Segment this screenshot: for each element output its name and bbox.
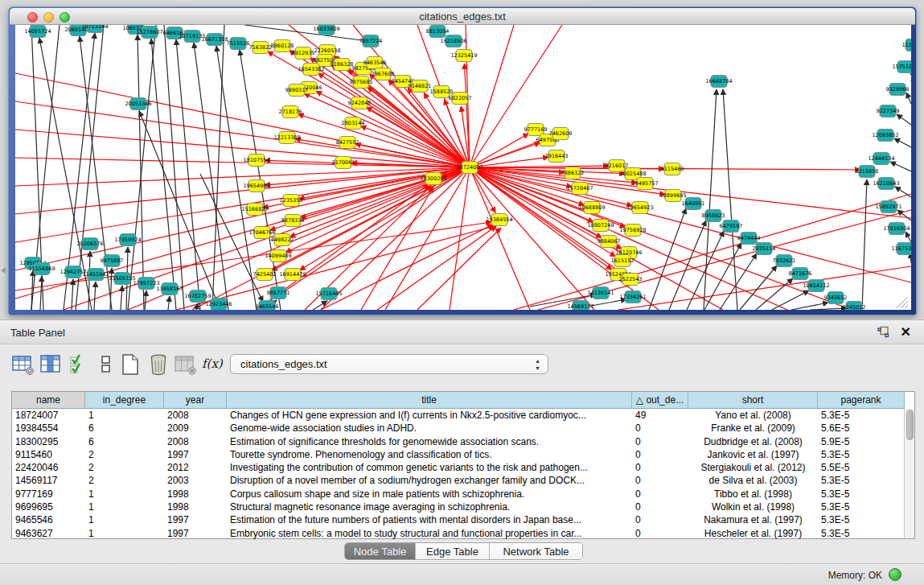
graph-edge xyxy=(138,35,144,310)
select-columns-icon[interactable] xyxy=(39,352,64,377)
table-cell: Investigating the contribution of common… xyxy=(227,461,632,474)
graph-node-label: 11675317 xyxy=(891,245,911,252)
table-row[interactable]: 1938455462009Genome-wide association stu… xyxy=(12,422,905,435)
graph-node-label: 7886322 xyxy=(561,170,585,176)
row-height-icon[interactable] xyxy=(94,352,118,377)
function-builder-icon[interactable]: f(x) xyxy=(202,352,226,377)
table-cell: 5.3E-5 xyxy=(818,474,905,487)
table-row[interactable]: 1456911722003Disruption of a novel membe… xyxy=(12,474,905,487)
graph-node-label: 19654983 xyxy=(243,183,269,189)
select-all-icon[interactable] xyxy=(68,352,92,377)
graph-edge xyxy=(450,167,470,310)
graph-node-label: 15720407 xyxy=(566,185,593,192)
graph-node-label: 2170061 xyxy=(332,159,355,166)
delete-rows-icon[interactable] xyxy=(146,352,170,377)
table-scrollbar[interactable] xyxy=(904,409,914,538)
column-header-out_de[interactable]: △ out_de... xyxy=(632,392,688,409)
network-canvas[interactable]: 1405572420691406187131441065326715278607… xyxy=(15,25,911,310)
tab-node-table[interactable]: Node Table xyxy=(345,543,416,560)
table-cell: 18724007 xyxy=(12,409,85,422)
resize-grip-icon[interactable] xyxy=(901,301,908,308)
table-cell: 0 xyxy=(632,461,688,474)
table-cell: Tourette syndrome. Phenomenology and cla… xyxy=(227,448,632,461)
graph-edge xyxy=(895,187,911,197)
table-cell: Estimation of the future numbers of pati… xyxy=(227,513,632,526)
combo-selected-value: citations_edges.txt xyxy=(240,358,327,370)
graph-node-label: 17046766 xyxy=(248,229,275,236)
resize-grip-icon[interactable] xyxy=(905,305,908,308)
graph-node-label: 7163822 xyxy=(249,44,273,51)
table-cell: 5.9E-5 xyxy=(818,435,905,448)
table-cell: 0 xyxy=(632,488,688,501)
column-header-title[interactable]: title xyxy=(227,392,632,409)
graph-node-label: 7425402 xyxy=(253,271,277,278)
table-row[interactable]: 911546021997Tourette syndrome. Phenomeno… xyxy=(12,448,905,461)
graph-node-label: 18724007 xyxy=(456,164,483,171)
graph-node-label: 14099489 xyxy=(265,253,291,259)
citation-graph[interactable]: 1405572420691406187131441065326715278607… xyxy=(15,25,911,310)
table-cell: 1 xyxy=(85,527,164,540)
graph-node-label: 12093852 xyxy=(872,132,898,138)
column-header-short[interactable]: short xyxy=(688,392,818,409)
graph-node-label: 8186328 xyxy=(331,61,354,68)
table-cell: 9699695 xyxy=(12,501,85,513)
graph-node-label: 19384554 xyxy=(486,216,512,223)
graph-node-label: 2935114 xyxy=(753,245,776,252)
graph-node-label: 16210643 xyxy=(873,180,899,187)
table-row[interactable]: 946554611997Estimation of the future num… xyxy=(12,513,905,526)
table-settings-icon[interactable] xyxy=(11,352,35,377)
scrollbar-thumb[interactable] xyxy=(906,410,914,440)
graph-node-label: 15278607 xyxy=(136,29,162,35)
graph-node-label: 18713144 xyxy=(81,25,108,30)
table-cell: 5.3E-5 xyxy=(818,527,905,540)
table-row[interactable]: 1830029562008Estimation of significance … xyxy=(12,435,905,448)
table-cell: 6 xyxy=(85,435,164,448)
table-cell: 1997 xyxy=(164,448,227,461)
table-cell: 18300295 xyxy=(12,435,85,448)
graph-node-label: 19756928 xyxy=(619,227,646,233)
graph-node-label: 9245012 xyxy=(843,304,866,310)
column-header-in_degree[interactable]: in_degree xyxy=(85,392,164,409)
table-row[interactable]: 977716911998Corpus callosum shape and si… xyxy=(12,488,905,501)
collapse-left-arrow-icon[interactable] xyxy=(1,267,6,274)
table-cell: Franke et al. (2009) xyxy=(688,422,818,435)
table-cell: 0 xyxy=(632,513,688,526)
close-panel-icon[interactable]: ✕ xyxy=(901,324,911,340)
column-header-pagerank[interactable]: pagerank xyxy=(818,392,905,409)
tab-edge-table[interactable]: Edge Table xyxy=(416,543,490,560)
table-cell: 5.3E-5 xyxy=(818,501,905,513)
graph-edge xyxy=(72,279,73,310)
graph-node-label: 12325419 xyxy=(450,52,477,59)
graph-node-label: 14136141 xyxy=(587,290,614,296)
table-cell: 0 xyxy=(632,435,688,448)
table-cell: 1998 xyxy=(164,501,227,513)
table-tabs: Node TableEdge TableNetwork Table xyxy=(344,542,583,560)
memory-status-label: Memory: OK xyxy=(828,570,882,581)
delete-table-icon xyxy=(174,352,198,377)
table-row[interactable]: 946362711997Embryonic stem cells: a mode… xyxy=(12,527,905,540)
graph-edge xyxy=(128,25,156,310)
float-window-icon[interactable] xyxy=(877,326,890,339)
graph-edge xyxy=(367,107,470,167)
graph-node-label: 9777169 xyxy=(524,126,548,133)
table-select-combo[interactable]: citations_edges.txt ▲▼ xyxy=(230,354,548,374)
table-row[interactable]: 969969511998Structural magnetic resonanc… xyxy=(12,501,905,513)
graph-edge xyxy=(40,276,42,310)
table-row[interactable]: 1872400712008Changes of HCN gene express… xyxy=(12,409,905,422)
table-cell: 1 xyxy=(85,409,164,422)
new-table-icon[interactable] xyxy=(118,352,142,377)
column-header-name[interactable]: name xyxy=(12,392,85,409)
column-header-year[interactable]: year xyxy=(164,392,227,409)
tab-network-table[interactable]: Network Table xyxy=(490,543,582,560)
graph-node-label: 8912935 xyxy=(292,50,315,56)
window-titlebar[interactable]: citations_edges.txt xyxy=(10,8,915,25)
graph-node-label: 8427552 xyxy=(336,139,359,146)
graph-edge xyxy=(810,308,847,310)
graph-node-label: 9463546 xyxy=(363,60,387,66)
table-cell: 2 xyxy=(85,461,164,474)
graph-node-label: 9245652 xyxy=(824,295,848,301)
graph-node-label: 1615152 xyxy=(611,257,634,264)
graph-node-label: 2803144 xyxy=(342,120,365,126)
table-cell: 1997 xyxy=(164,527,227,540)
table-row[interactable]: 2242004622012Investigating the contribut… xyxy=(12,461,905,474)
